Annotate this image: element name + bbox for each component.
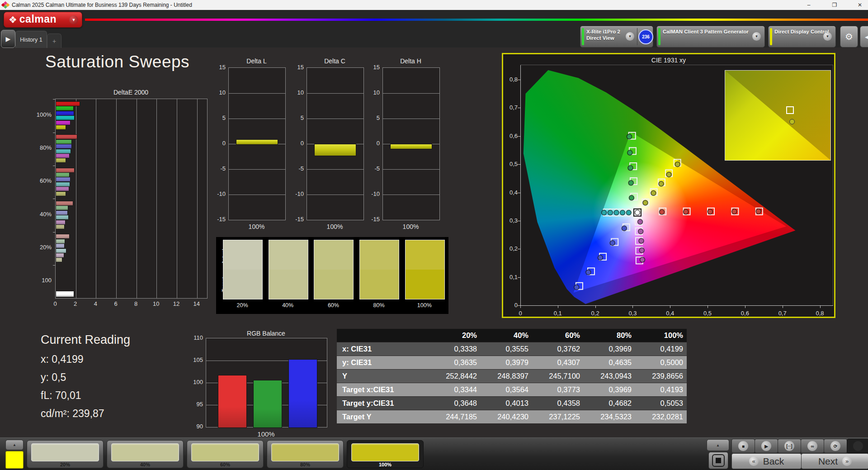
app-header: ❖ calman ▼ ▶ History 1 + X-Rite i1Pro 2 … <box>0 10 868 47</box>
add-tab-button[interactable]: + <box>47 33 61 48</box>
delta_c-ytick: 10 <box>288 89 304 96</box>
table-header-cell: 20% <box>427 329 479 342</box>
restore-button[interactable]: ❐ <box>827 0 842 10</box>
calman-menu-button[interactable]: ❖ calman ▼ <box>4 12 82 28</box>
delta_c-ytick: -15 <box>288 216 304 223</box>
chevron-left-icon: ◀ <box>865 33 868 40</box>
settings-button[interactable]: ⚙ <box>840 26 858 47</box>
table-cell: 0,3564 <box>479 383 530 396</box>
pattern-window-icon: [··] <box>784 441 794 451</box>
deltae-bar <box>56 210 68 215</box>
table-row-label: Target Y <box>337 410 427 423</box>
table-cell: 0,4358 <box>530 397 582 410</box>
play-button[interactable]: ▶ <box>755 439 778 453</box>
pattern-window-button[interactable]: [··] <box>778 439 801 453</box>
close-button[interactable]: ✕ <box>852 0 868 10</box>
pattern-chip <box>111 443 179 461</box>
table-cell: 0,3344 <box>427 383 479 396</box>
pattern-generator-chevron-down-icon[interactable]: ▼ <box>752 32 761 41</box>
delta_c-xlabel: 100% <box>307 223 363 230</box>
rgb-ytick: 90 <box>187 423 203 430</box>
tab-history-1[interactable]: History 1 <box>15 31 47 48</box>
pattern-label: 20% <box>27 462 103 467</box>
back-chevrons-icon: « <box>749 456 759 466</box>
display-control-chevron-down-icon[interactable]: ▼ <box>823 32 832 41</box>
deltae-bar <box>56 144 72 149</box>
deltae-xtick: 2 <box>69 300 82 307</box>
minimize-button[interactable]: – <box>801 0 816 10</box>
window-titlebar: Calman 2025 Calman Ultimate for Business… <box>0 0 868 10</box>
deltae-group-label: 60% <box>27 177 52 184</box>
deltae-title: DeltaE 2000 <box>55 89 207 96</box>
deltae-bar <box>56 182 70 187</box>
stop-button[interactable]: ■ <box>731 439 755 453</box>
deltae-bar <box>56 234 70 239</box>
table-cell: 234,5323 <box>582 410 633 423</box>
swatch-label: 40% <box>265 302 311 309</box>
inset-measured-dot <box>789 119 795 124</box>
table-row-label: y: CIE31 <box>337 356 427 369</box>
table-cell: 0,3648 <box>427 397 479 410</box>
table-cell: 0,4307 <box>530 356 582 369</box>
deltae-xtick: 0 <box>48 300 62 307</box>
delta_l-ytick: -15 <box>209 216 226 223</box>
deltae-bar <box>56 257 62 262</box>
rgb-bar-blue <box>288 359 317 428</box>
delta_l-ytick: 15 <box>209 64 226 71</box>
refresh-icon: ⟳ <box>830 441 840 451</box>
deltae-bar <box>56 291 74 297</box>
calman-logo-word: calman <box>19 13 57 25</box>
next-button[interactable]: Next » <box>801 453 868 469</box>
swatch-target <box>314 270 353 299</box>
pattern-button-40%[interactable]: 40% <box>107 440 184 468</box>
rgb-balance-plot <box>206 338 327 427</box>
workflow-nav-button[interactable]: ▶ <box>1 30 15 48</box>
pattern-window-button[interactable] <box>708 452 728 469</box>
delta_l-title: Delta L <box>228 57 285 65</box>
pattern-panel-expand-button[interactable]: ▲ <box>5 440 24 450</box>
table-header-cell: 100% <box>633 329 685 342</box>
delta_c-plot <box>307 67 364 220</box>
table-cell: 232,0281 <box>633 410 685 423</box>
refresh-button[interactable]: ⟳ <box>824 439 847 453</box>
transport-panel-expand-button[interactable]: ▲ <box>707 439 729 451</box>
meter-dropdown[interactable]: X-Rite i1Pro 2 Direct View ▼ 236 <box>580 26 653 47</box>
delta_l-ytick: 5 <box>209 114 226 121</box>
rgb-ytick: 95 <box>187 401 203 408</box>
deltae-bar <box>56 220 66 225</box>
pattern-generator-dropdown[interactable]: CalMAN Client 3 Pattern Generator ▼ <box>656 26 765 47</box>
window-title: Calman 2025 Calman Ultimate for Business… <box>12 2 192 8</box>
pattern-button-80%[interactable]: 80% <box>267 440 344 468</box>
current-reading-block: Current Reading x: 0,4199 y: 0,5 fL: 70,… <box>41 333 130 426</box>
deltae-bar <box>56 215 69 220</box>
delta_l-xlabel: 100% <box>228 223 285 230</box>
rgb-bar-green <box>253 380 282 428</box>
delta_c-title: Delta C <box>307 57 363 65</box>
collapse-panel-button[interactable]: ◀ <box>860 26 868 47</box>
back-button[interactable]: « Back <box>731 453 802 469</box>
swatch-20% <box>223 240 263 299</box>
table-cell: 240,4230 <box>479 410 530 423</box>
deltae-bar <box>56 111 74 116</box>
rgb-bar-red <box>218 375 247 428</box>
pattern-button-100%[interactable]: 100% <box>347 440 424 468</box>
table-cell: 0,4635 <box>582 356 633 369</box>
rgb-ytick: 110 <box>187 334 203 341</box>
deltae-bar <box>56 125 66 130</box>
pattern-bar: ▲ 20%40%60%80%100% ▲ ■▶[··]∞⟳ « Back Nex… <box>0 437 868 470</box>
play-icon: ▶ <box>761 441 771 451</box>
deltae-bar <box>56 149 71 154</box>
current-pattern-color[interactable] <box>5 451 24 469</box>
display-control-dropdown[interactable]: Direct Display Control ▼ <box>768 26 836 47</box>
pattern-button-60%[interactable]: 60% <box>187 440 264 468</box>
pattern-button-20%[interactable]: 20% <box>27 440 104 468</box>
table-header-cell: 80% <box>582 329 633 342</box>
table-row: Y252,8442248,8397245,7100243,0943239,865… <box>337 370 687 383</box>
current-reading-title: Current Reading <box>41 333 130 347</box>
continuous-button[interactable]: ∞ <box>801 439 824 453</box>
calman-menu-chevron-icon[interactable]: ▼ <box>69 15 78 24</box>
rgb-balance-title: RGB Balance <box>206 330 326 337</box>
table-cell: 244,7185 <box>427 410 479 423</box>
meter-chevron-down-icon[interactable]: ▼ <box>626 32 634 41</box>
table-cell: 0,3979 <box>479 356 530 369</box>
